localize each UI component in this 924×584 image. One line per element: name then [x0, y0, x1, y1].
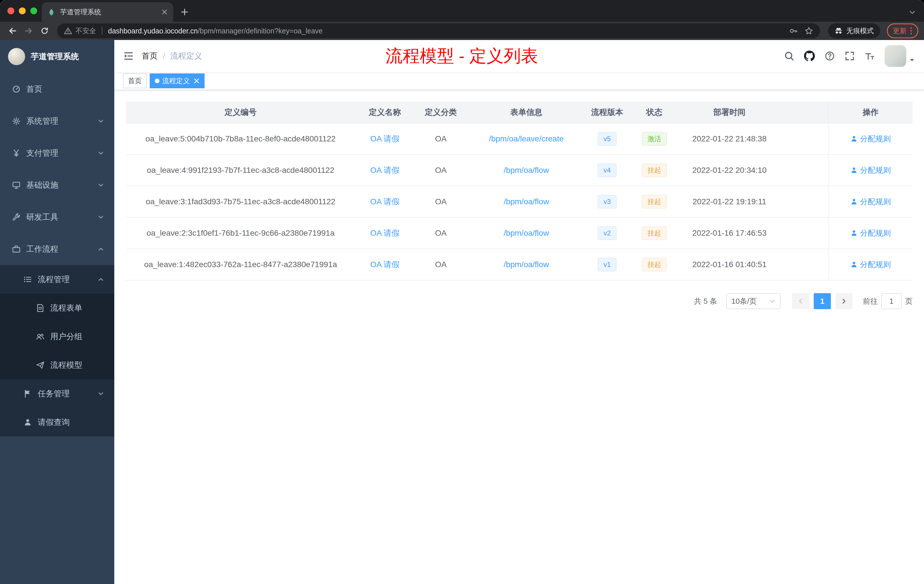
assign-rule-link[interactable]: 分配规则: [850, 259, 891, 270]
reload-button[interactable]: [38, 24, 51, 38]
browser-window: 芋道管理系统 不安全 dashboard.yudao.iocoder.cn/bp…: [0, 0, 924, 584]
forward-button[interactable]: [22, 24, 35, 38]
fullscreen-window-button[interactable]: [30, 7, 37, 14]
definition-name-cell: OA 请假: [355, 155, 414, 186]
definition-name-cell: OA 请假: [355, 218, 414, 249]
form-info-link[interactable]: /bpm/oa/flow: [504, 260, 549, 269]
definition-name-link[interactable]: OA 请假: [370, 228, 400, 239]
status-tag: 挂起: [642, 258, 667, 271]
category-cell: OA: [414, 218, 467, 249]
sidebar-item-label: 请假查询: [38, 417, 70, 428]
close-window-button[interactable]: [7, 7, 14, 14]
url-domain: dashboard.yudao.iocoder.cn: [108, 27, 198, 35]
status-cell: 挂起: [629, 186, 680, 217]
tag-home[interactable]: 首页: [123, 73, 147, 88]
font-size-icon[interactable]: [865, 51, 875, 61]
sidebar-item-devtools[interactable]: 研发工具: [0, 201, 114, 233]
sidebar-item-infrastructure[interactable]: 基础设施: [0, 169, 114, 201]
prev-page-button[interactable]: [792, 293, 809, 309]
model-icon: [35, 361, 45, 370]
row-spacer: [779, 186, 828, 217]
sidebar-item-label: 工作流程: [26, 244, 58, 254]
omnibox-divider: [102, 27, 102, 35]
assign-rule-link[interactable]: 分配规则: [850, 134, 891, 144]
sidebar-item-label: 基础设施: [26, 180, 58, 191]
fullscreen-icon[interactable]: [845, 51, 855, 61]
definition-name-link[interactable]: OA 请假: [370, 165, 400, 176]
deploy-time-cell: 2022-01-22 19:19:11: [680, 186, 779, 217]
back-button[interactable]: [6, 24, 20, 38]
definition-id-cell: oa_leave:2:3c1f0ef1-76b1-11ec-9c66-a2380…: [126, 218, 355, 249]
goto-page-input[interactable]: [881, 293, 902, 309]
form-info-cell: /bpm/oa/flow: [467, 218, 585, 249]
sidebar-item-leave-query[interactable]: 请假查询: [0, 408, 114, 437]
sidebar-item-process-management[interactable]: 流程管理: [0, 265, 114, 294]
logo-avatar-image: [8, 48, 25, 65]
new-tab-button[interactable]: [177, 4, 193, 20]
status-tag: 挂起: [642, 226, 667, 240]
header-spacer: [779, 102, 828, 123]
assign-rule-link[interactable]: 分配规则: [850, 196, 891, 207]
tags-view-bar: 首页流程定义: [114, 72, 924, 90]
sidebar-item-system[interactable]: 系统管理: [0, 105, 114, 137]
form-info-link[interactable]: /bpm/oa/flow: [504, 166, 549, 175]
bookmark-star-icon[interactable]: [805, 26, 813, 35]
breadcrumb: 首页 / 流程定义: [142, 51, 202, 61]
version-cell: v3: [585, 186, 629, 217]
user-avatar[interactable]: [884, 45, 906, 67]
sidebar-item-home[interactable]: 首页: [0, 73, 114, 105]
infrastructure-icon: [12, 181, 21, 190]
page-number-button[interactable]: 1: [814, 293, 831, 309]
browser-tab[interactable]: 芋道管理系统: [42, 2, 173, 22]
breadcrumb-home[interactable]: 首页: [142, 51, 158, 61]
assign-rule-label: 分配规则: [860, 196, 891, 207]
sidebar-item-task-management[interactable]: 任务管理: [0, 379, 114, 408]
sidebar-menu: 首页系统管理支付管理基础设施研发工具工作流程流程管理流程表单用户分组流程模型任务…: [0, 73, 114, 437]
version-tag: v4: [598, 163, 616, 177]
sidebar-item-user-group[interactable]: 用户分组: [0, 322, 114, 351]
tab-search-chevron-icon[interactable]: [909, 8, 916, 16]
form-info-cell: /bpm/oa/flow: [467, 186, 585, 217]
definition-name-cell: OA 请假: [355, 249, 414, 280]
assign-rule-link[interactable]: 分配规则: [850, 228, 891, 238]
page-content: 定义编号定义名称定义分类表单信息流程版本状态部署时间操作 oa_leave:5:…: [114, 90, 924, 584]
sidebar-toggle-hamburger-icon[interactable]: [124, 51, 134, 61]
next-page-button[interactable]: [835, 293, 853, 309]
chevron-down-icon: [98, 118, 104, 124]
form-info-link[interactable]: /bpm/oa/flow: [504, 229, 549, 238]
form-info-link[interactable]: /bpm/oa/leave/create: [489, 134, 564, 144]
definition-id-cell: oa_leave:1:482ec033-762a-11ec-8477-a2380…: [126, 249, 355, 280]
sidebar-item-workflow[interactable]: 工作流程: [0, 233, 114, 265]
sidebar-item-process-model[interactable]: 流程模型: [0, 351, 114, 379]
assign-rule-link[interactable]: 分配规则: [850, 165, 891, 175]
address-bar[interactable]: 不安全 dashboard.yudao.iocoder.cn/bpm/manag…: [57, 23, 820, 38]
update-label: 更新: [893, 26, 907, 35]
table-row: oa_leave:2:3c1f0ef1-76b1-11ec-9c66-a2380…: [126, 218, 912, 249]
search-icon[interactable]: [784, 51, 794, 61]
definition-name-link[interactable]: OA 请假: [370, 259, 400, 270]
help-question-icon[interactable]: [825, 51, 835, 61]
process-list-icon: [23, 275, 33, 284]
definition-name-link[interactable]: OA 请假: [370, 196, 400, 207]
status-tag: 挂起: [642, 195, 667, 209]
page-size-select[interactable]: 10条/页: [726, 293, 780, 309]
tag-process-definition[interactable]: 流程定义: [150, 73, 205, 88]
app-logo[interactable]: 芋道管理系统: [0, 40, 114, 73]
tag-close-icon[interactable]: [194, 78, 200, 84]
actions-cell: 分配规则: [828, 186, 912, 217]
form-info-link[interactable]: /bpm/oa/flow: [504, 197, 549, 206]
update-chrome-button[interactable]: 更新: [887, 23, 918, 38]
browser-menu-dots-icon[interactable]: [910, 27, 912, 35]
password-key-icon[interactable]: [789, 26, 798, 35]
tab-close-icon[interactable]: [162, 9, 167, 15]
sidebar-item-process-form[interactable]: 流程表单: [0, 294, 114, 322]
sidebar-item-payment[interactable]: 支付管理: [0, 137, 114, 169]
breadcrumb-separator: /: [163, 51, 165, 61]
person-icon: [850, 229, 858, 237]
version-cell: v1: [585, 249, 629, 280]
sidebar-item-label: 系统管理: [26, 116, 58, 127]
minimize-window-button[interactable]: [19, 7, 26, 14]
definition-name-link[interactable]: OA 请假: [370, 134, 400, 144]
github-icon[interactable]: [804, 51, 815, 61]
row-spacer: [779, 124, 828, 154]
